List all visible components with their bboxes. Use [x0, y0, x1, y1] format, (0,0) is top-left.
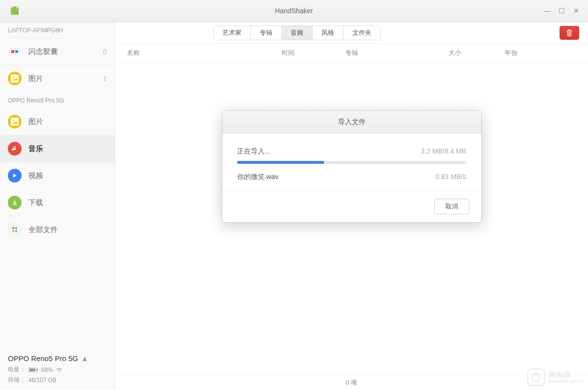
- sidebar-item-pictures-laptop[interactable]: 图片 1: [0, 65, 115, 92]
- svg-point-0: [12, 7, 13, 8]
- sidebar-item-label: 下载: [28, 198, 107, 208]
- sidebar-item-label: 视频: [28, 171, 107, 181]
- sidebar-section-laptop: LAPTOP-AF94PG8H: [0, 22, 115, 38]
- dialog-title: 导入文件: [222, 111, 481, 133]
- sidebar-item-label: 闪念胶囊: [28, 47, 96, 56]
- import-speed: 0.83 MB/s: [435, 173, 466, 182]
- sidebar-item-music[interactable]: 音乐: [0, 135, 115, 162]
- svg-rect-2: [11, 10, 19, 15]
- sidebar-item-count: 0: [103, 48, 107, 55]
- capsule-icon: [8, 45, 22, 58]
- music-icon: [8, 142, 22, 156]
- sidebar-item-download[interactable]: 下载: [0, 189, 115, 216]
- sidebar-item-label: 音乐: [28, 144, 107, 154]
- progress-bar: [237, 161, 466, 164]
- sidebar-item-count: 1: [103, 75, 107, 82]
- dialog-overlay: 导入文件 正在导入... 3.2 MB/8.4 MB 你的微笑.wav 0.83…: [115, 22, 588, 390]
- content-area: 艺术家 专辑 音频 风格 文件夹 名称 时间 专辑 大小 年份 0 项 导入文件: [115, 22, 588, 390]
- sidebar-item-capsule[interactable]: 闪念胶囊 0: [0, 38, 115, 65]
- download-icon: [8, 196, 22, 209]
- battery-status: 电量： 88%: [8, 365, 107, 374]
- cancel-button[interactable]: 取消: [434, 199, 469, 214]
- sidebar-item-pictures[interactable]: 图片: [0, 108, 115, 135]
- device-name: OPPO Reno5 Pro 5G: [8, 354, 78, 363]
- wifi-icon: [56, 367, 63, 372]
- device-name-row[interactable]: OPPO Reno5 Pro 5G ▲: [8, 354, 107, 363]
- svg-rect-6: [11, 75, 19, 82]
- svg-point-12: [12, 230, 14, 232]
- window-title: HandShaker: [275, 7, 313, 15]
- watermark-url: www.cfan.com.cn: [549, 379, 583, 384]
- svg-rect-5: [15, 50, 18, 53]
- sidebar-item-label: 全部文件: [28, 225, 107, 234]
- watermark-icon: [527, 368, 545, 386]
- picture-icon: [8, 115, 22, 129]
- svg-point-10: [12, 227, 14, 229]
- import-dialog: 导入文件 正在导入... 3.2 MB/8.4 MB 你的微笑.wav 0.83…: [222, 110, 482, 223]
- svg-point-17: [532, 373, 540, 381]
- picture-icon: [8, 72, 22, 85]
- app-logo-icon: [9, 5, 21, 17]
- watermark: 路由器 www.cfan.com.cn: [527, 368, 583, 386]
- video-icon: [8, 169, 22, 182]
- svg-rect-15: [29, 368, 35, 371]
- eject-icon[interactable]: ▲: [81, 354, 88, 363]
- storage-status: 存储： 46/107 GB: [8, 376, 107, 384]
- sidebar: LAPTOP-AF94PG8H 闪念胶囊 0 图片 1 OPPO Reno5 P…: [0, 22, 115, 390]
- maximize-button[interactable]: ☐: [558, 7, 565, 15]
- sidebar-section-phone: OPPO Reno5 Pro 5G: [0, 92, 115, 108]
- import-status-label: 正在导入...: [237, 147, 270, 156]
- window-controls: — ☐ ✕: [543, 7, 588, 15]
- svg-point-9: [13, 120, 14, 121]
- sidebar-footer: OPPO Reno5 Pro 5G ▲ 电量： 88% 存储： 46/107 G…: [0, 348, 115, 390]
- sidebar-item-allfiles[interactable]: 全部文件: [0, 216, 115, 243]
- import-progress-text: 3.2 MB/8.4 MB: [421, 147, 466, 156]
- svg-rect-4: [11, 50, 14, 53]
- watermark-brand: 路由器: [549, 371, 583, 379]
- svg-rect-8: [11, 118, 19, 126]
- svg-point-1: [16, 7, 17, 8]
- svg-point-7: [13, 77, 14, 78]
- sidebar-item-label: 图片: [28, 117, 107, 127]
- svg-point-18: [535, 375, 537, 377]
- import-filename: 你的微笑.wav: [237, 173, 279, 182]
- minimize-button[interactable]: —: [543, 7, 551, 15]
- sidebar-item-video[interactable]: 视频: [0, 162, 115, 189]
- titlebar: HandShaker — ☐ ✕: [0, 0, 588, 22]
- svg-point-11: [15, 227, 17, 229]
- svg-point-13: [15, 230, 17, 232]
- svg-rect-16: [37, 369, 38, 371]
- sidebar-item-label: 图片: [28, 74, 96, 83]
- files-icon: [8, 223, 22, 236]
- close-button[interactable]: ✕: [572, 7, 580, 15]
- progress-fill: [237, 161, 324, 164]
- battery-icon: [28, 367, 38, 372]
